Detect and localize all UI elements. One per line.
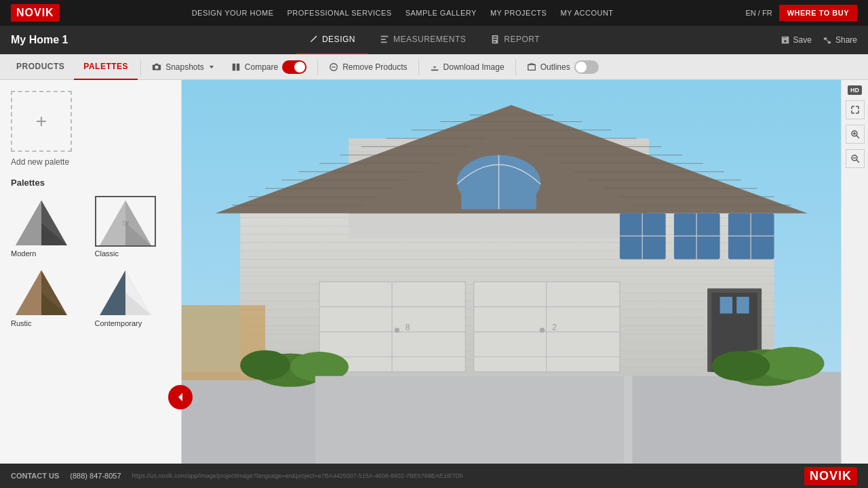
- svg-point-94: [540, 327, 545, 332]
- expand-icon: [850, 105, 860, 115]
- outlines-toggle[interactable]: [574, 60, 599, 74]
- contact-us-label: Contact Us: [11, 472, 59, 480]
- classic-palette-svg: ☞: [96, 197, 155, 245]
- compare-icon: [231, 62, 241, 72]
- my-projects-link[interactable]: My Projects: [490, 9, 547, 17]
- palette-thumb-rustic: [11, 266, 72, 317]
- palettes-grid: Modern ☞ Classic: [11, 196, 170, 327]
- view-tabs: Design Measurements Report: [296, 26, 552, 54]
- svg-line-110: [856, 160, 859, 163]
- palette-thumb-contemporary: [95, 266, 156, 317]
- compare-button[interactable]: Compare: [223, 54, 315, 80]
- zoom-out-icon: [850, 154, 860, 163]
- palettes-section-title: Palettes: [11, 178, 170, 188]
- top-nav-right: EN / FR WHERE TO BUY: [746, 5, 857, 21]
- svg-marker-17: [100, 270, 125, 315]
- house-image-area: 8 2: [182, 80, 841, 464]
- footer-novik-logo: NOVIK: [804, 467, 857, 485]
- add-palette-button[interactable]: +: [11, 91, 72, 152]
- save-button[interactable]: Save: [781, 35, 812, 45]
- camera-icon: [152, 62, 161, 72]
- toolbar-divider-4: [515, 59, 516, 75]
- svg-marker-4: [16, 201, 41, 245]
- outlines-icon: [527, 62, 536, 72]
- project-title: My Home 1: [11, 34, 68, 46]
- report-icon: [490, 35, 500, 44]
- contemporary-palette-svg: [96, 267, 155, 315]
- house-illustration: 8 2: [182, 80, 841, 464]
- plus-icon: +: [36, 110, 47, 132]
- palette-name-contemporary: Contemporary: [95, 319, 142, 327]
- project-actions: Save Share: [781, 35, 857, 45]
- tab-report[interactable]: Report: [478, 26, 552, 54]
- palettes-tab[interactable]: Palettes: [74, 54, 138, 80]
- outlines-button[interactable]: Outlines: [519, 54, 607, 80]
- zoom-out-button[interactable]: [846, 149, 865, 168]
- svg-rect-104: [315, 376, 624, 464]
- chevron-left-icon: [177, 392, 184, 402]
- top-navigation: NOVIK Design Your Home Professional Serv…: [0, 0, 868, 26]
- language-selector[interactable]: EN / FR: [746, 9, 772, 17]
- remove-products-icon: [329, 62, 338, 72]
- svg-point-99: [240, 350, 290, 380]
- palette-item-rustic[interactable]: Rustic: [11, 266, 87, 327]
- add-palette-label: Add new palette: [11, 157, 170, 167]
- footer-left: Contact Us (888) 847-8057 https://us.nov…: [11, 472, 463, 480]
- remove-products-button[interactable]: Remove Products: [321, 54, 415, 80]
- compare-toggle[interactable]: [282, 60, 307, 74]
- rustic-palette-svg: [12, 267, 71, 315]
- zoom-in-button[interactable]: [846, 125, 865, 144]
- where-to-buy-button[interactable]: WHERE TO BUY: [779, 5, 857, 21]
- footer-logo-area: NOVIK: [804, 467, 857, 485]
- svg-point-93: [395, 327, 399, 332]
- svg-point-103: [711, 351, 770, 381]
- sidebar: + Add new palette Palettes Modern: [0, 80, 182, 464]
- footer: Contact Us (888) 847-8057 https://us.nov…: [0, 464, 868, 488]
- my-account-link[interactable]: My Account: [560, 9, 613, 17]
- footer-url: https://us.novik.com/app/image/projectIm…: [132, 472, 463, 479]
- palette-thumb-modern: [11, 196, 72, 247]
- collapse-sidebar-button[interactable]: [168, 385, 193, 409]
- measurements-icon: [380, 35, 389, 44]
- share-button[interactable]: Share: [823, 35, 857, 45]
- expand-icon-button[interactable]: [846, 100, 865, 119]
- right-panel: HD: [841, 80, 868, 464]
- palette-item-contemporary[interactable]: Contemporary: [95, 266, 171, 327]
- products-tab[interactable]: Products: [7, 54, 74, 80]
- tab-measurements[interactable]: Measurements: [368, 26, 478, 54]
- main-nav-links: Design Your Home Professional Services S…: [192, 9, 614, 17]
- share-icon: [823, 35, 832, 45]
- tab-design[interactable]: Design: [296, 26, 368, 54]
- svg-text:☞: ☞: [122, 218, 130, 228]
- zoom-in-icon: [850, 129, 860, 139]
- svg-rect-82: [736, 297, 749, 314]
- palette-item-modern[interactable]: Modern: [11, 196, 87, 258]
- save-icon: [781, 35, 790, 45]
- toolbar-divider-3: [418, 59, 419, 75]
- contact-phone: (888) 847-8057: [70, 472, 121, 480]
- palette-thumb-classic: ☞: [95, 196, 156, 247]
- svg-rect-81: [720, 297, 732, 314]
- logo-area: NOVIK: [11, 4, 60, 22]
- toolbar-divider-2: [317, 59, 318, 75]
- dropdown-arrow-icon: [208, 64, 215, 70]
- modern-palette-svg: [12, 197, 71, 245]
- hd-badge: HD: [848, 85, 862, 95]
- novik-logo: NOVIK: [11, 4, 60, 22]
- svg-marker-13: [16, 270, 41, 315]
- snapshots-button[interactable]: Snapshots: [144, 54, 223, 80]
- palette-name-modern: Modern: [11, 249, 36, 258]
- palette-name-rustic: Rustic: [11, 319, 32, 327]
- palette-name-classic: Classic: [95, 249, 119, 258]
- sample-gallery-link[interactable]: Sample Gallery: [406, 9, 477, 17]
- toolbar-divider-1: [140, 59, 141, 75]
- design-icon: [309, 35, 318, 44]
- download-icon: [430, 62, 439, 72]
- design-your-home-link[interactable]: Design Your Home: [192, 9, 274, 17]
- svg-marker-8: [100, 201, 125, 245]
- svg-rect-1: [528, 64, 535, 70]
- professional-services-link[interactable]: Professional Services: [288, 9, 392, 17]
- toolbar: Products Palettes Snapshots Compare Remo…: [0, 54, 868, 80]
- download-image-button[interactable]: Download Image: [422, 54, 513, 80]
- palette-item-classic[interactable]: ☞ Classic: [95, 196, 171, 258]
